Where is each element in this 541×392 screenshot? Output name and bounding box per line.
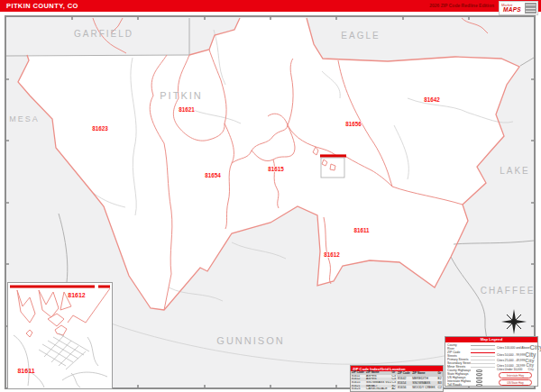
street-line-sample xyxy=(471,363,495,364)
edition-subtitle: 2026 ZIP Code Redline Edition xyxy=(429,2,494,10)
zip-label-81615: 81615 xyxy=(268,166,284,172)
county-label-eagle: EAGLE xyxy=(341,31,380,41)
inset-label-81612: 81612 xyxy=(68,292,86,298)
highway-road-sample: US/State Hwy xyxy=(499,379,532,386)
interstate-road-sample: Interstate Hwy xyxy=(499,372,532,378)
logo-wordmark: Market MAPS xyxy=(500,2,524,14)
logo-maps-text: MAPS xyxy=(503,6,521,13)
inset-label-81611: 81611 xyxy=(17,368,34,374)
zip-label-81623: 81623 xyxy=(92,125,108,132)
map-legend: Map Legend County River ZIP Code Streets… xyxy=(445,336,538,387)
city-size-label: Cities 100,000 and Above xyxy=(497,346,529,350)
street-line-sample xyxy=(471,356,495,357)
county-highway-shield-icon xyxy=(476,369,482,372)
zip-label-81612: 81612 xyxy=(324,251,340,258)
street-line-sample xyxy=(471,367,495,368)
county-label-lake: LAKE xyxy=(500,166,530,176)
city-size-label: Cities 50,000 - 99,999 xyxy=(497,353,525,357)
legend-item-label: Toll Roads xyxy=(447,383,471,387)
county-label-chaffee: CHAFFEE xyxy=(481,286,534,296)
city-sample: City xyxy=(529,343,541,351)
zip-label-81611: 81611 xyxy=(353,227,370,233)
zip-index-right-columns: ZIP Code ZIP Name Gr 81642MEREDITHE2 816… xyxy=(397,371,443,391)
state-highway-shield-icon xyxy=(476,373,482,376)
city-sample: City xyxy=(525,351,536,358)
toll-road-shield-icon xyxy=(476,384,482,387)
city-size-label: Cities 25,000 - 49,999 xyxy=(497,359,525,362)
publisher-logo: Market MAPS xyxy=(499,1,538,15)
logo-badge xyxy=(525,3,536,14)
zip-line-sample xyxy=(471,352,495,353)
city-size-label: Cities 10,000 - 24,999 xyxy=(497,364,525,368)
legend-line-items: County River ZIP Code Streets Primary St… xyxy=(445,342,497,387)
table-row: 81656WOODY CREEKC2 xyxy=(397,386,443,390)
us-highway-shield-icon xyxy=(476,377,482,379)
county-line-sample xyxy=(471,345,495,346)
inset-street-grid xyxy=(14,333,107,387)
county-label-garfield: GARFIELD xyxy=(74,29,133,39)
zip-label-81621: 81621 xyxy=(179,106,195,113)
page-title: PITKIN COUNTY, CO xyxy=(6,1,78,11)
county-label-mesa: MESA xyxy=(9,114,40,123)
city-sample: City xyxy=(527,368,534,371)
zip-index-table: ZIP Code Index/Grid Location ZIP Code ZI… xyxy=(350,365,444,392)
county-label-pitkin: PITKIN xyxy=(160,90,202,101)
compass-rose-icon xyxy=(500,308,527,335)
county-label-gunnison: GUNNISON xyxy=(216,335,284,346)
legend-city-items: Cities 100,000 and AboveCity Cities 50,0… xyxy=(497,342,536,387)
interstate-shield-icon xyxy=(476,380,482,383)
river-line-sample xyxy=(471,349,495,350)
inset-zip-boundaries xyxy=(17,288,110,337)
inset-map-svg: 81612 81611 xyxy=(8,283,112,388)
table-row: 81623CARBONDALEA2 xyxy=(351,387,397,391)
zip-index-left-columns: ZIP Code ZIP Name Gr 81611ASPENC3 81612A… xyxy=(351,371,397,391)
map-canvas: GARFIELD EAGLE MESA LAKE CHAFFEE GUNNISO… xyxy=(5,15,536,389)
zip-label-81654: 81654 xyxy=(205,172,221,178)
zip-label-81642: 81642 xyxy=(424,96,440,103)
title-bar: PITKIN COUNTY, CO 2026 ZIP Code Redline … xyxy=(0,0,541,12)
city-size-label: Cities Under 10,000 xyxy=(497,368,522,371)
zip-label-81656: 81656 xyxy=(345,121,362,127)
street-line-sample xyxy=(471,360,495,360)
aspen-inset-map: 81612 81611 xyxy=(7,282,113,389)
